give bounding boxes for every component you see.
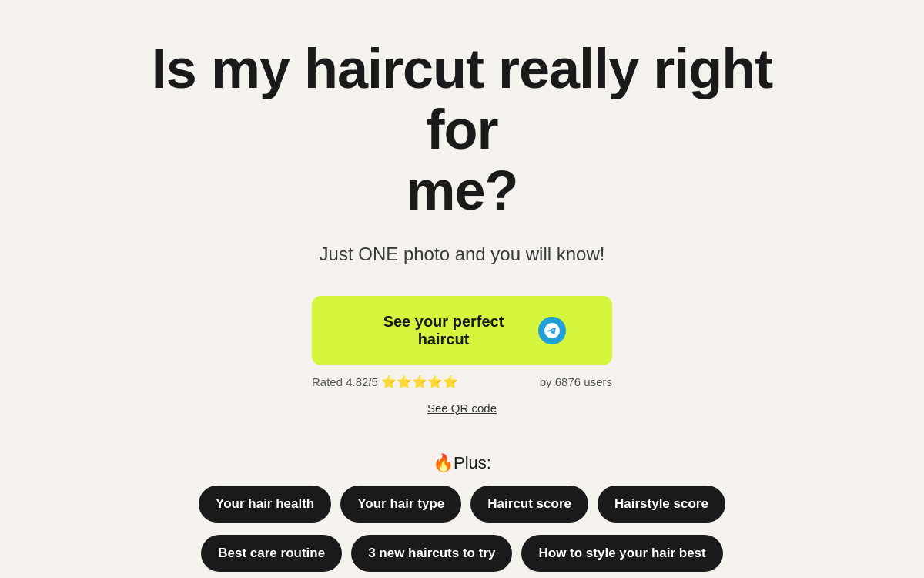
plus-title: 🔥Plus:	[433, 453, 491, 473]
page-subtitle: Just ONE photo and you will know!	[320, 244, 605, 265]
plus-section: 🔥Plus: Your hair health Your hair type H…	[199, 453, 725, 578]
tag-hair-type: Your hair type	[340, 486, 461, 523]
tag-hairstyle-score: Hairstyle score	[598, 486, 725, 523]
tags-row-1: Your hair health Your hair type Haircut …	[199, 486, 725, 523]
tag-new-haircuts: 3 new haircuts to try	[351, 535, 512, 572]
qr-link[interactable]: See QR code	[427, 402, 497, 415]
rating-text: Rated 4.82/5 ⭐⭐⭐⭐⭐	[312, 375, 458, 389]
users-count: by 6876 users	[540, 375, 612, 388]
tag-care-routine: Best care routine	[201, 535, 342, 572]
tags-row-2: Best care routine 3 new haircuts to try …	[201, 535, 722, 572]
telegram-icon	[538, 317, 566, 344]
page-title: Is my haircut really right for me?	[116, 39, 808, 222]
tag-style-best: How to style your hair best	[521, 535, 722, 572]
tag-haircut-score: Haircut score	[470, 486, 588, 523]
rating-row: Rated 4.82/5 ⭐⭐⭐⭐⭐ by 6876 users	[312, 375, 612, 389]
stars: ⭐⭐⭐⭐⭐	[381, 375, 458, 388]
tag-hair-health: Your hair health	[199, 486, 331, 523]
cta-button-label: See your perfect haircut	[358, 313, 529, 348]
main-container: Is my haircut really right for me? Just …	[0, 0, 924, 578]
cta-button[interactable]: See your perfect haircut	[312, 296, 612, 365]
